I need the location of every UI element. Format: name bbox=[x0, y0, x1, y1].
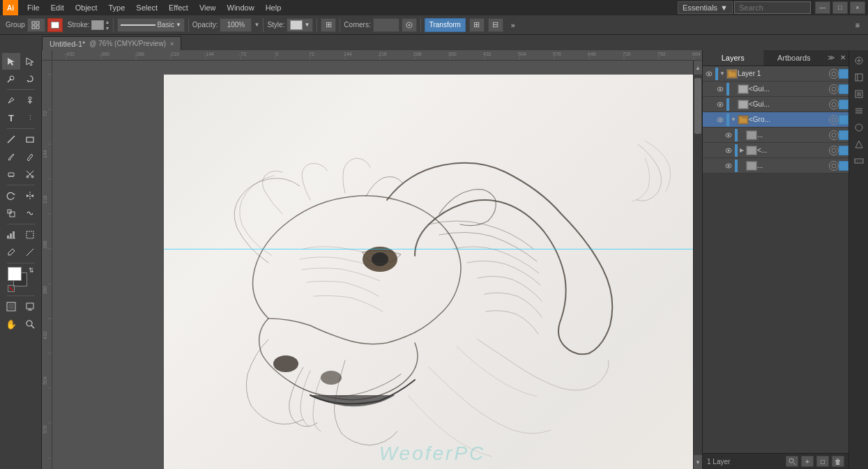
search-layer-btn[interactable] bbox=[786, 456, 798, 467]
layer-row-1[interactable]: ▼ Layer 1 bbox=[703, 66, 848, 82]
layer-row-4[interactable]: ▼ <Gro... bbox=[703, 112, 848, 128]
layer-options-2[interactable] bbox=[839, 84, 848, 94]
panel-icon-7[interactable] bbox=[851, 153, 867, 169]
zoom-tool[interactable] bbox=[21, 316, 39, 332]
menu-type[interactable]: Type bbox=[104, 2, 130, 13]
scale-tool[interactable] bbox=[2, 205, 20, 222]
layer-options-1[interactable] bbox=[839, 69, 848, 79]
panel-menu-btn[interactable]: ≫ bbox=[825, 50, 837, 66]
layer-options-7[interactable] bbox=[839, 161, 848, 171]
layer-row-2[interactable]: <Gui... bbox=[703, 82, 848, 97]
rectangle-tool[interactable] bbox=[21, 131, 39, 148]
layer-lock-5[interactable] bbox=[829, 130, 839, 140]
transform-button[interactable]: Transform bbox=[425, 18, 466, 32]
fill-color-box[interactable] bbox=[8, 267, 22, 281]
layer-visibility-3[interactable] bbox=[714, 98, 726, 111]
new-layer-btn[interactable]: □ bbox=[816, 456, 829, 467]
eyedropper-tool[interactable] bbox=[2, 244, 20, 261]
menu-help[interactable]: Help bbox=[261, 2, 287, 13]
stroke-down[interactable]: ▼ bbox=[105, 25, 109, 31]
v-scrollbar[interactable]: ▲ ▼ bbox=[693, 61, 702, 469]
layer-visibility-5[interactable] bbox=[722, 129, 735, 141]
layer-lock-7[interactable] bbox=[829, 161, 839, 171]
swap-colors-icon[interactable]: ⇅ bbox=[29, 267, 34, 274]
transform-options-btn[interactable]: ⊞ bbox=[469, 18, 485, 32]
panel-icon-5[interactable] bbox=[851, 120, 867, 135]
scroll-thumb[interactable] bbox=[694, 78, 701, 134]
reflect-tool[interactable] bbox=[21, 187, 39, 204]
panel-toggle-btn[interactable]: ≡ bbox=[850, 18, 865, 32]
search-input[interactable] bbox=[734, 1, 811, 14]
layer-visibility-1[interactable] bbox=[703, 68, 715, 80]
panel-icon-3[interactable] bbox=[851, 86, 867, 102]
maximize-button[interactable]: □ bbox=[832, 1, 848, 14]
anchor-tool[interactable] bbox=[21, 92, 39, 109]
layer-row-5[interactable]: ... bbox=[703, 128, 848, 143]
normal-screen-btn[interactable] bbox=[2, 298, 20, 315]
pen-tool[interactable] bbox=[2, 92, 20, 109]
type-options[interactable]: ⋮ bbox=[21, 109, 39, 126]
add-layer-btn[interactable]: + bbox=[801, 456, 814, 467]
stroke-color-swatch[interactable] bbox=[91, 20, 104, 30]
pencil-tool[interactable] bbox=[21, 148, 39, 165]
scissors-tool[interactable] bbox=[21, 166, 39, 183]
menu-object[interactable]: Object bbox=[70, 2, 102, 13]
panel-icon-2[interactable] bbox=[851, 70, 867, 85]
graph-tool[interactable] bbox=[2, 226, 20, 243]
menu-edit[interactable]: Edit bbox=[46, 2, 69, 13]
layer-row-6[interactable]: ▶ <... bbox=[703, 143, 848, 158]
tab-artboards[interactable]: Artboards bbox=[764, 50, 825, 66]
menu-file[interactable]: File bbox=[22, 2, 45, 13]
measure-tool[interactable] bbox=[21, 244, 39, 261]
style-dropdown[interactable]: ▼ bbox=[287, 18, 313, 32]
paintbrush-tool[interactable] bbox=[2, 148, 20, 165]
panel-icon-4[interactable] bbox=[851, 103, 867, 118]
panel-icon-1[interactable] bbox=[851, 53, 867, 68]
rotate-tool[interactable] bbox=[2, 187, 20, 204]
layer-lock-3[interactable] bbox=[829, 100, 839, 109]
layer-lock-4[interactable] bbox=[829, 115, 839, 125]
stroke-steppers[interactable]: ▲ ▼ bbox=[105, 19, 109, 31]
layer-expand-6[interactable]: ▶ bbox=[738, 147, 746, 153]
opacity-arrow[interactable]: ▼ bbox=[254, 22, 259, 28]
selection-tool[interactable] bbox=[2, 53, 20, 70]
menu-select[interactable]: Select bbox=[131, 2, 162, 13]
line-style-dropdown[interactable]: Basic ▼ bbox=[117, 18, 184, 32]
layer-options-3[interactable] bbox=[839, 100, 848, 109]
layer-expand-4[interactable]: ▼ bbox=[729, 116, 738, 123]
artboard-tool[interactable] bbox=[21, 226, 39, 243]
minimize-button[interactable]: — bbox=[815, 1, 830, 14]
layer-options-4[interactable] bbox=[839, 115, 848, 125]
direct-selection-tool[interactable] bbox=[21, 53, 39, 70]
menu-effect[interactable]: Effect bbox=[164, 2, 193, 13]
layer-lock-2[interactable] bbox=[829, 84, 839, 94]
stroke-up[interactable]: ▲ bbox=[105, 19, 109, 25]
tab-close-button[interactable]: × bbox=[170, 40, 174, 47]
layer-row-3[interactable]: <Gui... bbox=[703, 97, 848, 112]
none-color-icon[interactable] bbox=[8, 285, 15, 292]
stroke-color-icon[interactable] bbox=[47, 18, 63, 32]
options-grid-btn[interactable]: ⊞ bbox=[321, 18, 336, 32]
warp-tool[interactable] bbox=[21, 205, 39, 222]
layer-options-5[interactable] bbox=[839, 130, 848, 140]
magic-wand-tool[interactable] bbox=[2, 70, 20, 87]
type-tool[interactable]: T bbox=[2, 109, 20, 126]
opacity-input[interactable] bbox=[220, 18, 252, 32]
tab-layers[interactable]: Layers bbox=[703, 50, 764, 66]
canvas-main[interactable]: WeoferPC ▲ ▼ bbox=[52, 61, 702, 469]
corners-input[interactable] bbox=[373, 18, 399, 32]
layer-row-7[interactable]: ... bbox=[703, 158, 848, 174]
scroll-up-btn[interactable]: ▲ bbox=[694, 61, 702, 75]
corners-settings-btn[interactable] bbox=[402, 18, 417, 32]
layer-expand-1[interactable]: ▼ bbox=[718, 70, 726, 77]
document-tab[interactable]: Untitled-1* @ 76% (CMYK/Preview) × bbox=[42, 36, 181, 50]
delete-layer-btn[interactable]: 🗑 bbox=[832, 456, 844, 467]
menu-window[interactable]: Window bbox=[222, 2, 259, 13]
layer-options-6[interactable] bbox=[839, 146, 848, 155]
eraser-tool[interactable] bbox=[2, 166, 20, 183]
close-button[interactable]: × bbox=[850, 1, 865, 14]
layer-lock-6[interactable] bbox=[829, 146, 839, 155]
scroll-down-btn[interactable]: ▼ bbox=[694, 455, 702, 469]
layer-visibility-2[interactable] bbox=[714, 83, 726, 95]
lasso-tool[interactable] bbox=[21, 70, 39, 87]
